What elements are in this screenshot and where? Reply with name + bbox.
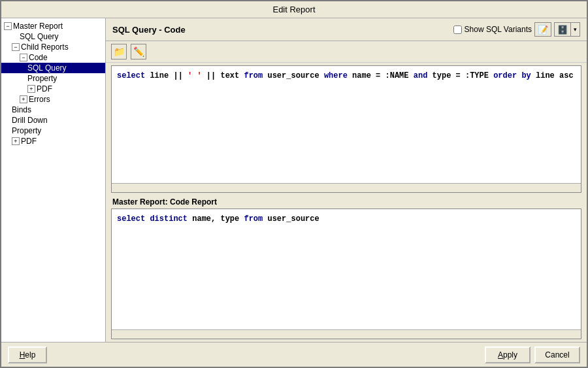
db-btn-group: 🗄️ ▾: [554, 22, 580, 37]
right-header: SQL Query - Code Show SQL Variants 📝 🗄️ …: [106, 18, 587, 41]
tree-item-sql-query-1[interactable]: SQL Query: [1, 31, 105, 42]
expand-errors[interactable]: +: [20, 95, 27, 103]
expand-pdf-2[interactable]: +: [12, 137, 20, 145]
tree-label-pdf-1: PDF: [37, 84, 52, 93]
sql-lower-code[interactable]: select distinct name, type from user_sou…: [112, 209, 581, 329]
upper-scrollbar-h[interactable]: [112, 183, 581, 192]
tree-item-pdf-2[interactable]: + PDF: [1, 136, 105, 146]
tree-item-master-report[interactable]: − Master Report: [1, 21, 105, 31]
cancel-button[interactable]: Cancel: [534, 346, 580, 363]
expand-master-report[interactable]: −: [4, 22, 12, 30]
expand-child-reports[interactable]: −: [12, 43, 20, 51]
tree-label-errors: Errors: [29, 95, 50, 104]
tree-label-sql-query-2: SQL Query: [27, 63, 67, 73]
tree-label-property-2: Property: [12, 126, 41, 135]
bottom-bar: Help Apply Cancel: [1, 342, 587, 367]
help-label: Help: [20, 350, 36, 360]
edit-btn[interactable]: ✏️: [131, 44, 146, 59]
tree-panel: − Master Report SQL Query − Child Report…: [1, 18, 106, 342]
toolbar-area: 📁 ✏️: [106, 41, 587, 63]
apply-button[interactable]: Apply: [485, 346, 531, 363]
apply-label: Apply: [498, 350, 517, 360]
title-bar: Edit Report: [1, 1, 587, 18]
show-variants-label: Show SQL Variants: [465, 25, 532, 34]
main-window: Edit Report − Master Report SQL Query − …: [0, 0, 588, 368]
right-buttons: Apply Cancel: [485, 346, 580, 363]
window-title: Edit Report: [272, 5, 315, 14]
tree-label-child-reports: Child Reports: [21, 42, 69, 52]
tree-label-property-1: Property: [27, 74, 57, 83]
tree-item-pdf-1[interactable]: + PDF: [1, 84, 105, 94]
lower-scrollbar-h[interactable]: [112, 329, 581, 339]
tree-item-errors[interactable]: + Errors: [1, 94, 105, 105]
pencil-icon: ✏️: [133, 46, 144, 57]
folder-icon: 📁: [114, 46, 125, 57]
sql-upper-code[interactable]: select line || ' ' || text from user_sou…: [112, 66, 581, 183]
cancel-label: Cancel: [545, 350, 569, 360]
show-variants-checkbox[interactable]: [453, 25, 462, 34]
tree-label-code: Code: [29, 53, 48, 62]
master-label: Master Report: Code Report: [106, 195, 587, 209]
edit-icon: 📝: [538, 25, 548, 35]
db-dropdown-btn[interactable]: ▾: [571, 22, 580, 37]
sql-upper-area: select line || ' ' || text from user_sou…: [111, 65, 581, 193]
db-icon: 🗄️: [557, 25, 568, 35]
expand-pdf-1[interactable]: +: [27, 85, 35, 93]
tree-label-sql-query-1: SQL Query: [20, 32, 59, 41]
tree-label-binds: Binds: [12, 105, 31, 114]
tree-item-binds[interactable]: Binds: [1, 105, 105, 115]
tree-item-child-reports[interactable]: − Child Reports: [1, 42, 105, 52]
tree-item-property-1[interactable]: Property: [1, 73, 105, 84]
show-variants-area: Show SQL Variants: [453, 25, 532, 34]
tree-item-drill-down[interactable]: Drill Down: [1, 115, 105, 125]
expand-code[interactable]: −: [20, 54, 27, 61]
tree-label-drill-down: Drill Down: [12, 116, 48, 125]
tree-item-sql-query-2[interactable]: SQL Query: [1, 63, 105, 73]
db-btn[interactable]: 🗄️: [554, 22, 571, 37]
sql-lower-area: select distinct name, type from user_sou…: [111, 209, 581, 339]
right-panel: SQL Query - Code Show SQL Variants 📝 🗄️ …: [106, 18, 587, 342]
tree-item-code[interactable]: − Code: [1, 52, 105, 63]
help-button[interactable]: Help: [8, 346, 47, 363]
edit-report-btn[interactable]: 📝: [534, 22, 551, 37]
content-area: − Master Report SQL Query − Child Report…: [1, 18, 587, 342]
right-header-title: SQL Query - Code: [112, 25, 186, 35]
open-file-btn[interactable]: 📁: [111, 44, 127, 59]
header-buttons: Show SQL Variants 📝 🗄️ ▾: [453, 22, 580, 37]
tree-label-pdf-2: PDF: [21, 137, 37, 146]
tree-item-property-2[interactable]: Property: [1, 125, 105, 136]
tree-label-master-report: Master Report: [13, 22, 63, 31]
